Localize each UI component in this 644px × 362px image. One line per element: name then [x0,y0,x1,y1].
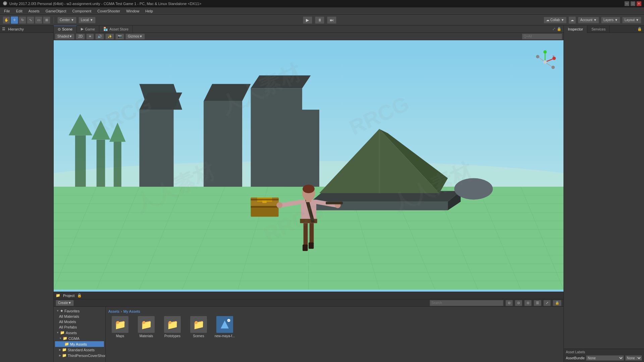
asset-labels-title: Asset Labels [566,350,642,354]
collab-button[interactable]: ☁ Collab ▼ [544,17,567,23]
tab-scene[interactable]: ⊙ Scene [54,25,77,33]
search-label-btn[interactable]: ⊙ [524,300,532,306]
asset-prototypes[interactable]: 📁 Prototypes [161,316,184,338]
asset-maps[interactable]: 📁 Maps [108,316,132,338]
layers-button[interactable]: Layers ▼ [601,17,620,23]
scale-tool[interactable]: ⤡ [27,16,34,24]
panel-expand-btn[interactable]: ⤢ [543,300,551,306]
gizmos-label: Gizmos [128,35,139,38]
audio-button[interactable]: 🔊 [95,34,104,40]
minimize-button[interactable]: ─ [625,1,629,6]
account-button[interactable]: Account ▼ [578,17,599,23]
search-type-btn[interactable]: ⊙ [515,300,522,306]
scene-gizmo: X Y [533,50,557,74]
menu-gameobject[interactable]: GameObject [43,8,69,14]
tree-all-materials[interactable]: All Materials [55,314,104,319]
space-button[interactable]: Local ▼ [78,17,96,23]
menu-help[interactable]: Help [143,8,156,14]
pivot-label: Center [60,18,70,22]
cloud-button[interactable]: ☁ [569,16,576,24]
svg-rect-57 [309,242,314,249]
tree-standard-assets[interactable]: ▶ 📁 Standard Assets [55,347,104,353]
inspector-panel: Inspector Services 🔒 Asset Labels AssetB… [564,25,644,362]
search-filter-btn[interactable]: ⊙ [505,300,513,306]
close-button[interactable]: ✕ [637,1,641,6]
scene-search[interactable] [522,34,562,40]
assets-path-current[interactable]: My Assets [123,309,140,313]
tab-inspector[interactable]: Inspector [564,25,587,33]
assets-path-root[interactable]: Assets [108,309,119,313]
assets-folder-icon: 📁 [60,330,65,335]
tree-my-assets[interactable]: 📁 My Assets [55,341,104,347]
asset-bundle-select[interactable]: None [586,355,624,361]
hierarchy-label: Hierarchy [8,27,24,31]
pivot-arrow: ▼ [71,18,74,22]
panel-toggle-btn[interactable]: ☰ [534,300,541,306]
play-button[interactable]: ▶ [303,16,312,24]
tree-all-prefabs[interactable]: All Prefabs [55,324,104,330]
tree-third-person[interactable]: ▶ 📁 ThirdPersonCoverShooter [55,353,104,358]
scenes-folder-icon: 📁 [190,316,207,333]
standard-arrow: ▶ [59,348,61,351]
menu-window[interactable]: Window [123,8,142,14]
tree-assets[interactable]: ▼ 📁 Assets [55,330,104,336]
create-button[interactable]: Create ▼ [56,300,74,306]
svg-text:+: + [228,319,229,322]
menu-assets[interactable]: Assets [26,8,42,14]
panel-lock-btn[interactable]: 🔒 [553,300,561,306]
inspector-label: Inspector [568,27,583,31]
shading-arrow: ▼ [69,35,72,38]
tree-all-models[interactable]: All Models [55,319,104,324]
svg-point-84 [551,66,555,69]
fx-button[interactable]: ✨ [105,34,114,40]
project-lock[interactable]: 🔒 [77,293,82,298]
lighting-button[interactable]: ☀ [86,34,94,40]
menu-edit[interactable]: Edit [13,8,25,14]
layout-button[interactable]: Layout ▼ [622,17,641,23]
menu-component[interactable]: Component [69,8,94,14]
tab-services[interactable]: Services [587,25,610,33]
titlebar: U Unity 2017.2.0f3 Personal (64bit) - w2… [0,0,644,7]
asset-labels-section: Asset Labels AssetBundle None None ⋮⋮ [564,349,644,362]
tree-cgma[interactable]: ▼ 📁 CGMA [55,336,104,341]
my-assets-folder-icon: 📁 [64,342,69,346]
hand-tool[interactable]: ✋ [3,16,10,24]
separator-1 [54,17,54,23]
bottom-panel: 📁 Project 🔒 Create ▼ ⊙ ⊙ ⊙ ☰ ⤢ 🔒 [54,292,564,362]
svg-rect-56 [303,245,308,251]
toolbar: ✋ ✛ ↻ ⤡ ▭ ⊞ Center ▼ Local ▼ ▶ ⏸ ⏭ ☁ Col… [0,15,644,25]
asset-scenes[interactable]: 📁 Scenes [187,316,210,338]
svg-rect-29 [97,140,105,187]
2d-button[interactable]: 2D [76,34,85,40]
pause-button[interactable]: ⏸ [315,16,324,24]
pivot-button[interactable]: Center ▼ [57,17,76,23]
gizmos-button[interactable]: Gizmos ▼ [125,34,145,40]
project-search[interactable] [430,300,503,306]
scene-camera-button[interactable]: 📷 [115,34,124,40]
scene-expand-icon[interactable]: ⤢ [552,27,555,31]
inspector-lock[interactable]: 🔒 [635,27,644,31]
tree-favorites[interactable]: ▼ ★ Favorites [55,308,104,314]
tab-asset-store[interactable]: 🏪 Asset Store [99,25,133,33]
scene-lock-icon[interactable]: 🔒 [557,27,561,31]
shading-button[interactable]: Shaded ▼ [55,34,74,40]
asset-maya-file[interactable]: + new-maya-f... [213,316,236,338]
multi-tool[interactable]: ⊞ [43,16,50,24]
account-arrow: ▼ [593,18,597,22]
asset-labels-row: AssetBundle None None [566,355,642,361]
menu-covershooter[interactable]: CoverShooter [95,8,123,14]
rotate-tool[interactable]: ↻ [19,16,26,24]
maximize-button[interactable]: □ [631,1,635,6]
hierarchy-title: ☰ [2,27,5,31]
rect-tool[interactable]: ▭ [35,16,42,24]
tab-game[interactable]: ▶ Game [77,25,99,33]
step-button[interactable]: ⏭ [327,16,336,24]
asset-materials[interactable]: 📁 Materials [135,316,158,338]
scene-viewport[interactable]: RRCG 人人素材 RRCG 人人素材 RRCG 人人素材 X [54,40,564,292]
menu-file[interactable]: File [1,8,13,14]
space-arrow: ▼ [90,18,93,22]
svg-rect-65 [326,202,343,204]
move-tool[interactable]: ✛ [11,16,18,24]
standard-folder-icon: 📁 [62,348,67,352]
materials-folder-icon: 📁 [138,316,155,333]
